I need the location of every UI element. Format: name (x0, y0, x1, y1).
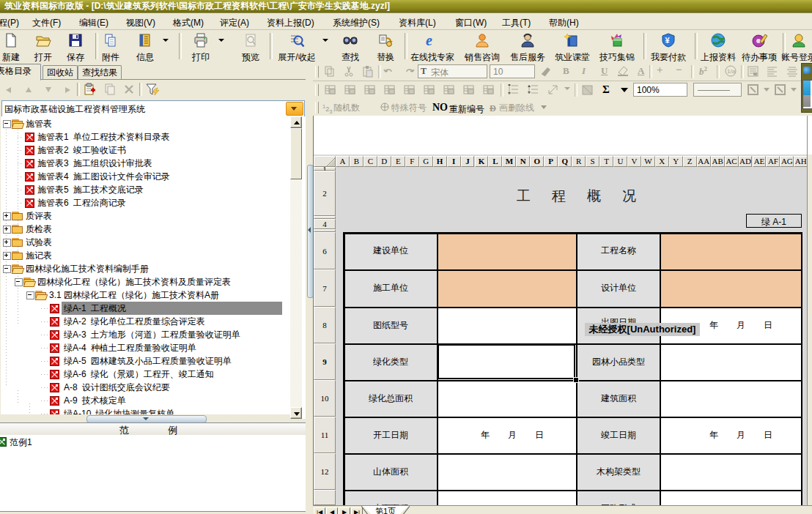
svg-text:e: e (426, 32, 432, 48)
svg-text:1/a: 1/a (727, 68, 736, 75)
svg-text:¥: ¥ (665, 36, 671, 45)
